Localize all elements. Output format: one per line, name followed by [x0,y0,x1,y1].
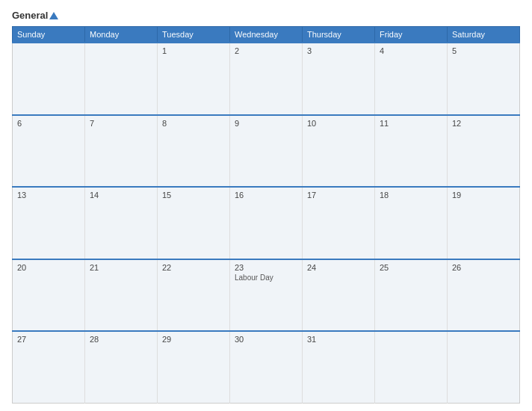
calendar-week-row: 13141516171819 [13,187,520,259]
calendar-cell: 14 [85,187,158,259]
day-number: 5 [452,46,515,55]
calendar-cell: 13 [13,187,85,259]
calendar-cell: 10 [303,115,375,188]
calendar-week-row: 2728293031 [13,331,520,404]
day-number: 20 [17,263,80,272]
calendar-cell: 15 [158,187,230,259]
calendar-cell: 1 [158,43,230,115]
day-number: 24 [307,263,370,272]
calendar-cell: 29 [158,331,230,404]
holiday-label: Labour Day [235,274,297,282]
weekday-header-saturday: Saturday [448,27,520,43]
calendar-cell: 24 [303,259,375,332]
calendar-page: General SundayMondayTuesdayWednesdayThur… [0,0,532,411]
calendar-cell: 3 [303,43,375,115]
weekday-header-friday: Friday [375,27,448,43]
day-number: 25 [380,263,442,272]
day-number: 28 [90,335,152,344]
calendar-cell [85,43,158,115]
calendar-cell: 2 [230,43,303,115]
day-number: 16 [235,191,297,200]
calendar-cell: 11 [375,115,448,188]
day-number: 15 [162,191,225,200]
day-number: 30 [235,335,297,344]
day-number: 26 [452,263,515,272]
calendar-cell: 7 [85,115,158,188]
calendar-cell [13,43,85,115]
calendar-cell: 26 [448,259,520,332]
day-number: 3 [307,46,370,55]
calendar-cell: 6 [13,115,85,188]
day-number: 21 [90,263,152,272]
calendar-week-row: 20212223Labour Day242526 [13,259,520,332]
day-number: 10 [307,119,370,128]
logo-triangle-icon [49,12,58,19]
weekday-header-monday: Monday [85,27,158,43]
calendar-cell [448,331,520,404]
calendar-cell: 5 [448,43,520,115]
day-number: 14 [90,191,152,200]
day-number: 1 [162,46,225,55]
day-number: 19 [452,191,515,200]
calendar-cell: 17 [303,187,375,259]
weekday-header-sunday: Sunday [13,27,85,43]
day-number: 27 [17,335,80,344]
day-number: 9 [235,119,297,128]
day-number: 22 [162,263,225,272]
logo: General [12,10,58,20]
calendar-cell: 28 [85,331,158,404]
calendar-week-row: 12345 [13,43,520,115]
day-number: 23 [235,263,297,272]
weekday-header-wednesday: Wednesday [230,27,303,43]
calendar-cell [375,331,448,404]
weekday-header-row: SundayMondayTuesdayWednesdayThursdayFrid… [13,27,520,43]
calendar-week-row: 6789101112 [13,115,520,188]
header: General [12,10,520,20]
day-number: 29 [162,335,225,344]
weekday-header-tuesday: Tuesday [158,27,230,43]
day-number: 18 [380,191,442,200]
day-number: 12 [452,119,515,128]
calendar-cell: 16 [230,187,303,259]
day-number: 13 [17,191,80,200]
day-number: 31 [307,335,370,344]
calendar-cell: 12 [448,115,520,188]
calendar-table: SundayMondayTuesdayWednesdayThursdayFrid… [12,26,520,404]
calendar-cell: 21 [85,259,158,332]
day-number: 2 [235,46,297,55]
day-number: 4 [380,46,442,55]
logo-general-text: General [12,10,58,20]
calendar-cell: 23Labour Day [230,259,303,332]
day-number: 6 [17,119,80,128]
calendar-cell: 25 [375,259,448,332]
calendar-cell: 18 [375,187,448,259]
day-number: 17 [307,191,370,200]
day-number: 7 [90,119,152,128]
day-number: 8 [162,119,225,128]
calendar-cell: 31 [303,331,375,404]
calendar-cell: 20 [13,259,85,332]
calendar-cell: 22 [158,259,230,332]
day-number: 11 [380,119,442,128]
weekday-header-thursday: Thursday [303,27,375,43]
calendar-cell: 8 [158,115,230,188]
calendar-cell: 27 [13,331,85,404]
calendar-cell: 4 [375,43,448,115]
calendar-cell: 9 [230,115,303,188]
calendar-cell: 30 [230,331,303,404]
calendar-cell: 19 [448,187,520,259]
